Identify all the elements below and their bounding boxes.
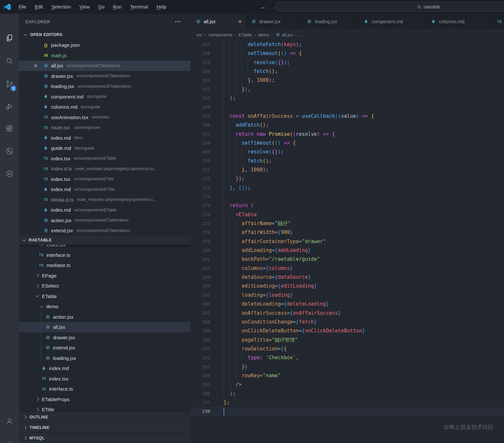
- code-line-190[interactable]: 190pageTitle="靓仔管理": [191, 336, 504, 345]
- tab-columns.md[interactable]: columns.md: [426, 14, 492, 29]
- code-line-169[interactable]: 169resolve({});: [191, 148, 504, 156]
- activity-explorer-icon[interactable]: [0, 30, 19, 46]
- open-editor-loading.jsx[interactable]: loading.jsxsrc\components\ETable\demo: [19, 81, 191, 92]
- menu-run[interactable]: Run: [109, 4, 126, 9]
- tree-item-interface.ts[interactable]: TSinterface.ts: [19, 250, 191, 260]
- tree-item-index.md[interactable]: index.md: [19, 363, 191, 374]
- code-line-172[interactable]: 172});: [191, 174, 504, 183]
- open-editor-action.jsx[interactable]: action.jsxsrc\components\ETable\demo: [19, 215, 191, 226]
- tree-item-action.jsx[interactable]: action.jsx: [19, 312, 191, 322]
- activity-source-control-icon[interactable]: 1: [0, 76, 19, 92]
- code-line-189[interactable]: 189onClickDeleteButton={onClickDeleteBut…: [191, 327, 504, 335]
- command-search-input[interactable]: raetable: [276, 2, 504, 12]
- code-line-193[interactable]: 193}}: [191, 363, 504, 371]
- tab-drawer.jsx[interactable]: drawer.jsx: [246, 14, 302, 29]
- tree-item-ETableProps[interactable]: ETableProps: [19, 394, 191, 405]
- back-arrow-icon[interactable]: ←: [260, 4, 266, 10]
- code-line-175[interactable]: 175return (: [191, 201, 504, 210]
- activity-run-debug-icon[interactable]: [0, 98, 19, 114]
- more-actions-icon[interactable]: ⋯: [175, 18, 181, 25]
- code-line-168[interactable]: 168setTimeout(() => {: [191, 139, 504, 148]
- close-icon[interactable]: ✕: [33, 63, 38, 68]
- code-line-188[interactable]: 188onConditionChange={fetch}: [191, 318, 504, 327]
- open-editor-index.d.ts[interactable]: TSindex.d.tsnode_modules\.pnpm\registry.…: [19, 164, 191, 174]
- section-mysql[interactable]: MYSQL: [19, 433, 191, 443]
- code-line-173[interactable]: 173}, []);: [191, 184, 504, 192]
- code-line-183[interactable]: 183dataSource={dataSource}: [191, 273, 504, 282]
- code-line-194[interactable]: 194rowKey="name": [191, 371, 504, 380]
- menu-help[interactable]: Help: [152, 4, 171, 9]
- breadcrumb-item-demo[interactable]: demo: [258, 32, 269, 37]
- code-line-196[interactable]: 196);: [191, 389, 504, 398]
- menu-terminal[interactable]: Terminal: [126, 4, 152, 9]
- activity-account-icon[interactable]: [0, 414, 19, 429]
- open-editor-math.js[interactable]: JSmath.jsU: [19, 50, 191, 61]
- code-line-170[interactable]: 170fetch();: [191, 157, 504, 166]
- open-editor-index.tsx[interactable]: TSindex.tsxsrc\components\ETitle: [19, 174, 191, 185]
- code-line-180[interactable]: 180addLoading={addLoading}: [191, 246, 504, 255]
- activity-extensions-icon[interactable]: [0, 121, 19, 137]
- open-editor-index.md[interactable]: index.mddocs: [19, 133, 191, 143]
- open-editor-route.tsx[interactable]: TSroute.tsx.dumi\tmp\core: [19, 122, 191, 133]
- code-line-160[interactable]: 160fetch();: [191, 67, 504, 76]
- code-line-195[interactable]: 195/>: [191, 380, 504, 389]
- breadcrumb-item-components[interactable]: components: [209, 32, 233, 37]
- open-editors-header[interactable]: OPEN EDITORS: [19, 29, 191, 40]
- code-line-184[interactable]: 184editLoading={editLoading}: [191, 282, 504, 291]
- tree-item-ETitle[interactable]: ETitle: [19, 404, 191, 412]
- open-editor-guide.md[interactable]: guide.mddocs\guide: [19, 143, 191, 153]
- code-line-171[interactable]: 171}, 1000);: [191, 166, 504, 174]
- open-editor-Modal.d.ts[interactable]: TSModal.d.tsnode_modules\.pnpm\registry.…: [19, 195, 191, 205]
- close-icon[interactable]: ✕: [238, 19, 242, 24]
- open-editor-index.md[interactable]: index.mdsrc\components\ETable: [19, 205, 191, 215]
- code-line-164[interactable]: 164: [191, 103, 504, 112]
- tree-item-index.tsx[interactable]: TSindex.tsx: [19, 374, 191, 384]
- code-line-159[interactable]: 159resolve({});: [191, 58, 504, 67]
- breadcrumb-item-src[interactable]: src: [196, 32, 202, 37]
- code-line-198[interactable]: 198: [191, 407, 504, 416]
- code-line-157[interactable]: 157deleteFetch(keys);: [191, 40, 504, 49]
- activity-settings-icon[interactable]: [0, 437, 19, 443]
- code-line-176[interactable]: 176<ETable: [191, 210, 504, 219]
- open-editor-all.jsx[interactable]: ✕all.jsxsrc\components\ETable\demo: [19, 61, 191, 71]
- tab-partial[interactable]: TS: [492, 14, 504, 29]
- code-line-179[interactable]: 179affairContainerType="drawer": [191, 237, 504, 246]
- code-line-192[interactable]: 192type: 'Checkbox',: [191, 353, 504, 362]
- menu-view[interactable]: View: [75, 4, 94, 9]
- open-editor-index.md[interactable]: index.mdsrc\components\ETitle: [19, 184, 191, 195]
- code-line-167[interactable]: 167return new Promise((resolve) => {: [191, 130, 504, 139]
- tab-loading.jsx[interactable]: loading.jsx: [302, 14, 359, 29]
- breadcrumb-item-[interactable]: ...: [299, 32, 303, 37]
- open-editor-drawer.jsx[interactable]: drawer.jsxsrc\components\ETable\demo: [19, 71, 191, 81]
- code-line-197[interactable]: 197};: [191, 398, 504, 407]
- activity-search-icon[interactable]: [0, 53, 19, 69]
- section-outline[interactable]: OUTLINE: [19, 412, 191, 422]
- code-line-178[interactable]: 178affairWidth={900}: [191, 228, 504, 237]
- code-line-191[interactable]: 191rowSelection={{: [191, 345, 504, 353]
- code-line-162[interactable]: 162}),: [191, 85, 504, 94]
- code-line-186[interactable]: 186deleteLoading={deleteLoading}: [191, 300, 504, 309]
- tree-item-drawer.jsx[interactable]: drawer.jsx: [19, 332, 191, 343]
- code-line-182[interactable]: 182columns={columns}: [191, 264, 504, 273]
- tree-item-demo[interactable]: demo: [19, 301, 191, 312]
- open-editor-extend.jsx[interactable]: extend.jsxsrc\components\ETable\demo: [19, 225, 191, 236]
- tree-item-all.jsx[interactable]: all.jsx: [19, 322, 191, 332]
- activity-remote-icon[interactable]: [0, 143, 19, 159]
- breadcrumb-item-alljsx[interactable]: all.jsx: [275, 32, 293, 37]
- breadcrumb-item-ETable[interactable]: ETable: [239, 32, 252, 37]
- activity-target-icon[interactable]: [0, 166, 19, 182]
- code-line-163[interactable]: 163);: [191, 94, 504, 103]
- code-line-158[interactable]: 158setTimeout(() => {: [191, 49, 504, 58]
- open-editor-component.md[interactable]: component.mddocs\guide: [19, 92, 191, 102]
- tree-item-extend.jsx[interactable]: extend.jsx: [19, 343, 191, 353]
- tab-all.jsx[interactable]: all.jsx✕: [191, 14, 246, 29]
- tree-item-ESelect[interactable]: ESelect: [19, 281, 191, 291]
- menu-edit[interactable]: Edit: [30, 4, 47, 9]
- code-line-177[interactable]: 177affairName="靓仔": [191, 219, 504, 228]
- tree-item-EPage[interactable]: EPage: [19, 271, 191, 281]
- menu-go[interactable]: Go: [94, 4, 109, 9]
- code-line-161[interactable]: 161}, 1000);: [191, 76, 504, 85]
- open-editor-package.json[interactable]: {}package.json: [19, 40, 191, 50]
- section-timeline[interactable]: TIMELINE: [19, 422, 191, 433]
- open-editor-useAnimation.tsx[interactable]: TSuseAnimation.tsxsrc\hooks: [19, 112, 191, 123]
